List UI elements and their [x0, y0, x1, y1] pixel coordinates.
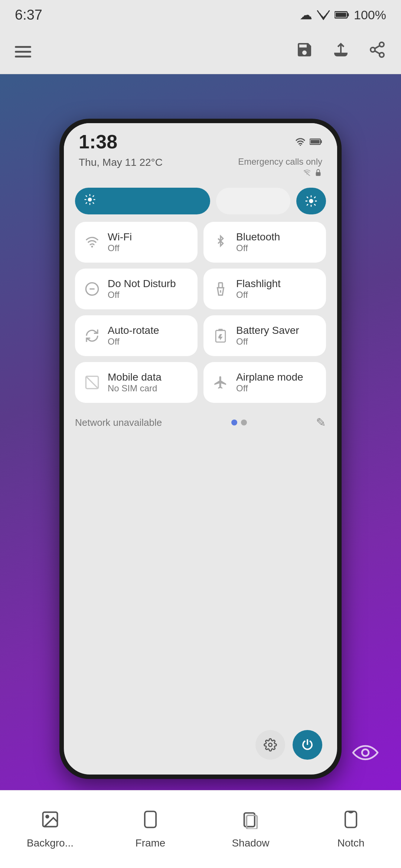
mobiledata-tile[interactable]: Mobile data No SIM card	[75, 362, 198, 403]
battery-percent: 100%	[354, 8, 386, 22]
phone-settings-button[interactable]	[255, 730, 285, 760]
nav-frame[interactable]: Frame	[100, 790, 200, 868]
cloud-icon: ☁	[300, 7, 312, 22]
airplanemode-tile[interactable]: Airplane mode Off	[203, 362, 326, 403]
svg-rect-2	[336, 13, 346, 17]
status-right-icons: ☁ 100%	[300, 7, 386, 22]
dnd-state: Off	[108, 290, 176, 300]
autorotate-tile-text: Auto-rotate Off	[108, 325, 159, 347]
wifi-tile[interactable]: Wi-Fi Off	[75, 222, 198, 263]
phone-battery-icon	[310, 138, 322, 146]
phone-emergency: Emergency calls only	[238, 157, 322, 167]
batterysaver-tile-icon	[212, 328, 229, 343]
flashlight-tile-text: Flashlight Off	[236, 278, 281, 300]
svg-rect-15	[316, 172, 321, 176]
wifi-tile-icon	[84, 236, 100, 249]
wifi-state: Off	[108, 243, 132, 253]
flashlight-label: Flashlight	[236, 278, 281, 290]
phone-power-button[interactable]	[293, 730, 322, 760]
toolbar	[0, 30, 401, 74]
network-bar: Network unavailable ✎	[64, 409, 337, 436]
batterysaver-label: Battery Saver	[236, 325, 299, 336]
svg-point-9	[300, 145, 301, 146]
background-label: Backgro...	[27, 837, 74, 849]
svg-line-26	[86, 376, 98, 388]
mobiledata-label: Mobile data	[108, 371, 162, 383]
adaptive-brightness-button[interactable]	[296, 188, 326, 214]
menu-button[interactable]	[15, 46, 31, 57]
edit-icon[interactable]: ✎	[316, 415, 326, 430]
bluetooth-tile-icon	[212, 235, 229, 250]
bluetooth-tile[interactable]: Bluetooth Off	[203, 222, 326, 263]
nav-shadow[interactable]: Shadow	[200, 790, 301, 868]
wifi-status-icon	[317, 10, 330, 20]
brightness-slider[interactable]	[75, 188, 210, 214]
save-button[interactable]	[296, 41, 313, 63]
toolbar-actions	[296, 41, 386, 63]
airplanemode-label: Airplane mode	[236, 371, 303, 383]
network-text: Network unavailable	[75, 417, 162, 428]
preview-eye-icon[interactable]	[352, 737, 379, 768]
svg-rect-21	[219, 283, 222, 287]
svg-line-14	[304, 170, 310, 176]
flashlight-tile[interactable]: Flashlight Off	[203, 269, 326, 309]
batterysaver-tile[interactable]: Battery Saver Off	[203, 315, 326, 356]
bluetooth-tile-text: Bluetooth Off	[236, 231, 280, 253]
mobiledata-tile-text: Mobile data No SIM card	[108, 371, 162, 394]
dnd-tile-icon	[84, 282, 100, 296]
svg-point-16	[88, 198, 92, 202]
brightness-icon	[84, 194, 96, 208]
batterysaver-tile-text: Battery Saver Off	[236, 325, 299, 347]
wifi-tile-text: Wi-Fi Off	[108, 231, 132, 253]
phone-date: Thu, May 11 22°C	[79, 157, 163, 168]
dnd-tile-text: Do Not Disturb Off	[108, 278, 176, 300]
svg-line-8	[375, 46, 380, 49]
pagination-dots	[231, 420, 247, 425]
phone-status-icons	[295, 138, 322, 146]
auto-brightness-slider[interactable]	[216, 188, 290, 214]
svg-point-27	[269, 743, 272, 747]
shadow-icon	[241, 810, 260, 834]
svg-rect-24	[218, 329, 222, 331]
wifi-label: Wi-Fi	[108, 231, 132, 243]
brightness-row	[64, 184, 337, 222]
svg-rect-1	[347, 13, 349, 17]
svg-point-6	[379, 53, 384, 57]
phone-status-bar: 1:38	[64, 123, 337, 157]
dot-1	[231, 420, 237, 425]
dot-2	[241, 420, 247, 425]
bluetooth-label: Bluetooth	[236, 231, 280, 243]
phone-wifi-icon	[295, 138, 306, 146]
autorotate-label: Auto-rotate	[108, 325, 159, 336]
dnd-tile[interactable]: Do Not Disturb Off	[75, 269, 198, 309]
svg-point-5	[371, 47, 375, 52]
frame-label: Frame	[136, 837, 166, 849]
frame-icon	[141, 810, 160, 834]
svg-rect-11	[320, 140, 322, 143]
phone-mockup: 1:38 Thu, May 11 22°C Emergency calls on…	[59, 119, 342, 779]
svg-rect-32	[145, 811, 156, 827]
status-bar: 6:37 ☁ 100%	[0, 0, 401, 30]
notch-label: Notch	[337, 837, 364, 849]
status-time: 6:37	[15, 7, 42, 23]
bottom-navigation: Backgro... Frame Shadow Notch	[0, 790, 401, 868]
phone-time: 1:38	[79, 131, 117, 153]
svg-point-18	[91, 246, 93, 247]
autorotate-state: Off	[108, 336, 159, 347]
battery-status-icon	[335, 10, 349, 20]
nav-background[interactable]: Backgro...	[0, 790, 100, 868]
phone-wifi-small-icon	[303, 169, 311, 176]
batterysaver-state: Off	[236, 336, 299, 347]
autorotate-tile[interactable]: Auto-rotate Off	[75, 315, 198, 356]
nav-notch[interactable]: Notch	[301, 790, 401, 868]
upload-button[interactable]	[332, 41, 350, 63]
airplanemode-state: Off	[236, 383, 303, 394]
notch-icon	[341, 810, 361, 834]
phone-lock-icon	[314, 168, 322, 177]
autorotate-tile-icon	[84, 328, 100, 343]
share-button[interactable]	[368, 41, 386, 63]
phone-date-row: Thu, May 11 22°C Emergency calls only	[64, 157, 337, 184]
quick-settings-grid: Wi-Fi Off Bluetooth Off	[64, 222, 337, 403]
mobiledata-state: No SIM card	[108, 383, 162, 394]
airplane-tile-text: Airplane mode Off	[236, 371, 303, 394]
